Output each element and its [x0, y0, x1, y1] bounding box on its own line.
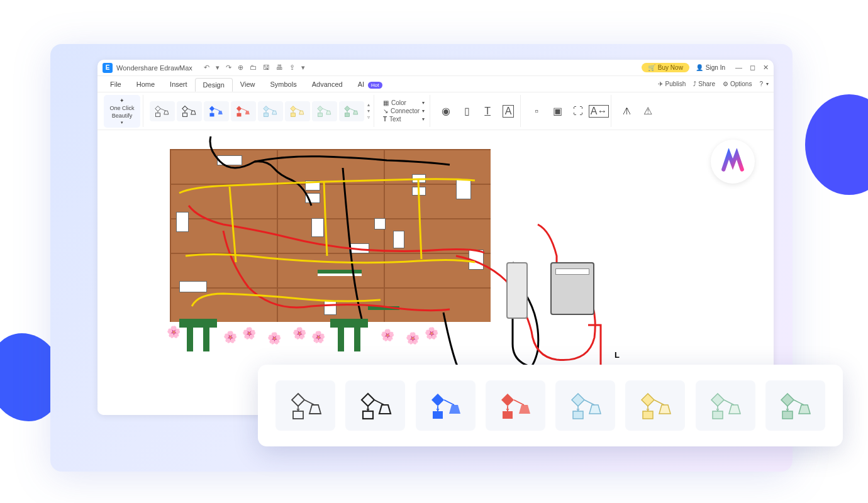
tab-home[interactable]: Home	[129, 78, 162, 91]
undo-dropdown-icon[interactable]: ▾	[216, 64, 220, 72]
sign-in-label: Sign In	[706, 64, 725, 71]
circuit-breaker[interactable]	[506, 262, 528, 319]
floor-plan[interactable]	[170, 149, 491, 322]
warning-icon[interactable]: ⚠	[638, 102, 657, 121]
undo-icon[interactable]: ↶	[204, 64, 209, 72]
ribbon-group-page2: ▫ ▣ ⛶ A↔	[525, 95, 611, 127]
svg-rect-7	[345, 113, 350, 116]
tab-insert[interactable]: Insert	[162, 78, 195, 91]
one-click-beautify-button[interactable]: ✦ One Click Beautify ▾	[104, 95, 140, 128]
chevron-expand-icon[interactable]: ▿	[367, 114, 370, 120]
svg-rect-6	[318, 113, 323, 116]
fixture-box[interactable]	[305, 180, 320, 191]
fixture-box[interactable]	[456, 179, 471, 199]
tab-advanced[interactable]: Advanced	[304, 78, 350, 91]
style-chip-2[interactable]	[177, 101, 202, 121]
palette-style-7[interactable]	[696, 380, 755, 431]
help-button[interactable]: ?▾	[759, 80, 769, 87]
page-fit-icon[interactable]: ⛶	[569, 102, 587, 121]
flower-icon: 🌸	[292, 326, 306, 340]
open-icon[interactable]: 🗀	[250, 64, 257, 72]
connector-option[interactable]: ↘Connector▾	[383, 108, 425, 114]
svg-rect-8	[293, 411, 303, 419]
tab-design[interactable]: Design	[195, 78, 233, 92]
app-title: Wondershare EdrawMax	[116, 64, 192, 72]
fixture-box[interactable]	[469, 250, 484, 270]
style-chip-3[interactable]	[204, 101, 229, 121]
redo-icon[interactable]: ↷	[226, 64, 231, 72]
buy-now-label: Buy Now	[658, 64, 683, 71]
palette-style-6[interactable]	[625, 380, 685, 431]
style-scroll[interactable]: ▴▾▿	[366, 102, 371, 120]
options-button[interactable]: ⚙ Options	[723, 80, 752, 87]
outdoor-stand[interactable]	[187, 328, 193, 351]
style-chip-6[interactable]	[285, 101, 310, 121]
green-appliance[interactable]	[318, 274, 362, 276]
new-icon[interactable]: ⊕	[238, 64, 243, 72]
palette-style-5[interactable]	[555, 380, 615, 431]
palette-style-4[interactable]	[486, 380, 545, 431]
tab-file[interactable]: File	[103, 78, 129, 91]
share-button[interactable]: ⤴ Share	[693, 80, 715, 87]
fixture-box[interactable]	[412, 174, 426, 183]
fixture-box[interactable]	[217, 155, 242, 165]
outdoor-stand[interactable]	[179, 319, 217, 328]
fixture-box[interactable]	[179, 281, 207, 292]
style-chip-1[interactable]	[150, 101, 175, 121]
color-option[interactable]: ▦Color▾	[383, 99, 425, 106]
export-icon[interactable]: ⇪	[289, 64, 295, 72]
green-appliance[interactable]	[368, 306, 399, 310]
text-option[interactable]: TText▾	[383, 116, 425, 123]
page-size-icon[interactable]: T	[478, 102, 497, 121]
watermark-logo	[711, 140, 755, 184]
palette-style-8[interactable]	[765, 380, 825, 431]
page-fill-icon[interactable]: ◉	[437, 102, 455, 121]
ribbon-group-styles: ▴▾▿	[147, 95, 374, 127]
svg-rect-1	[183, 113, 187, 116]
outdoor-stand[interactable]	[203, 328, 209, 351]
fixture-box[interactable]	[305, 193, 320, 203]
hot-badge: Hot	[368, 82, 382, 89]
fixture-box[interactable]	[374, 218, 386, 229]
fixture-box[interactable]	[412, 187, 426, 196]
page-margin-icon[interactable]: ▫	[527, 102, 546, 121]
tab-view[interactable]: View	[233, 78, 263, 91]
page-font-icon[interactable]: A	[499, 102, 518, 121]
style-chip-5[interactable]	[258, 101, 283, 121]
palette-style-2[interactable]	[345, 380, 405, 431]
fixture-box[interactable]	[324, 300, 337, 315]
print-icon[interactable]: 🖶	[276, 64, 283, 72]
close-icon[interactable]: ✕	[763, 64, 769, 72]
export-dropdown-icon[interactable]: ▾	[301, 64, 305, 72]
sign-in-button[interactable]: 👤 Sign In	[696, 64, 725, 71]
flower-icon: 🌸	[223, 330, 237, 344]
tab-symbols[interactable]: Symbols	[263, 78, 304, 91]
chevron-down-icon[interactable]: ▾	[367, 108, 370, 114]
fixture-box[interactable]	[349, 243, 369, 253]
page-orientation-icon[interactable]: ▯	[457, 102, 476, 121]
electric-meter[interactable]	[550, 262, 594, 315]
style-chip-8[interactable]	[339, 101, 364, 121]
palette-style-3[interactable]	[416, 380, 476, 431]
style-chip-7[interactable]	[312, 101, 337, 121]
tab-ai[interactable]: AI Hot	[350, 78, 390, 91]
buy-now-button[interactable]: 🛒 Buy Now	[642, 63, 689, 72]
fixture-box[interactable]	[393, 231, 404, 248]
app-logo-icon: E	[103, 63, 113, 73]
minimize-icon[interactable]: —	[735, 64, 742, 72]
publish-button[interactable]: ✈ Publish	[658, 80, 686, 87]
outdoor-stand[interactable]	[330, 319, 368, 328]
flower-icon: 🌸	[425, 326, 438, 340]
outdoor-stand[interactable]	[338, 328, 344, 351]
fixture-box[interactable]	[176, 212, 189, 232]
maximize-icon[interactable]: ◻	[750, 64, 755, 72]
page-autosize-icon[interactable]: A↔	[589, 102, 608, 121]
style-chip-4[interactable]	[231, 101, 256, 121]
save-icon[interactable]: 🖫	[263, 64, 270, 72]
page-layout-icon[interactable]: ▣	[548, 102, 567, 121]
outdoor-stand[interactable]	[354, 328, 360, 351]
arrow-up-icon[interactable]: ⩚	[618, 102, 637, 121]
chevron-up-icon[interactable]: ▴	[367, 102, 370, 108]
palette-style-1[interactable]	[275, 380, 335, 431]
fixture-box[interactable]	[311, 218, 324, 237]
